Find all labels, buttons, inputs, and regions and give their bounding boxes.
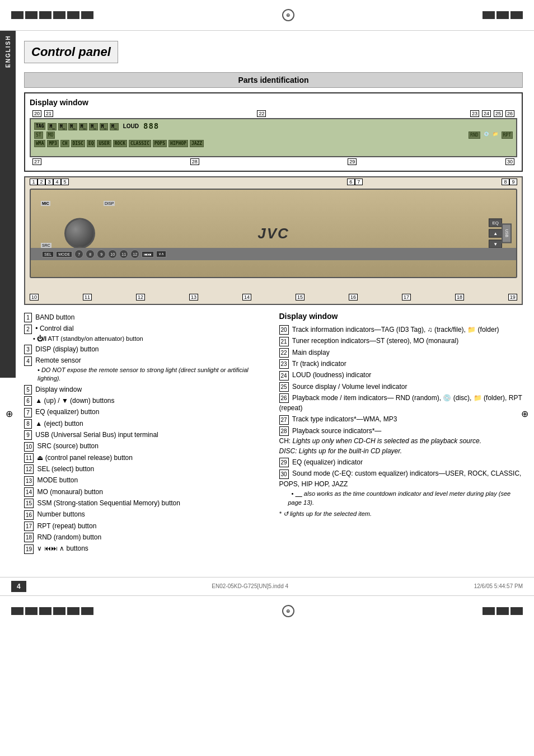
- part-num-8: 8: [24, 419, 32, 429]
- cp-num-19: 19: [508, 294, 517, 300]
- lcd-loud: LOUD: [123, 123, 139, 129]
- footer-file: EN02-05KD-G725[UN]5.indd 4: [212, 583, 288, 589]
- dw-num-20: 20: [279, 325, 289, 335]
- cp-num-7: 7: [355, 179, 363, 185]
- usb-label: USB: [505, 229, 509, 237]
- nav-button: ∨∧: [156, 251, 166, 257]
- part-num-7: 7: [24, 408, 32, 417]
- part-9: 9 USB (Universal Serial Bus) input termi…: [24, 429, 268, 440]
- parts-list-left: 1 BAND button 2 • Control dial • ⏻/I ATT…: [24, 312, 268, 555]
- lcd-rock: ROCK: [113, 140, 127, 147]
- control-knob: [64, 218, 95, 249]
- lcd-ch: CH: [60, 140, 69, 147]
- part-label-5: Display window: [35, 386, 82, 393]
- control-panel-area: 1 2 3 4 5 6 7 8 9 MIC DISP: [24, 176, 523, 305]
- dw-item-30: 30 Sound mode (C-EQ: custom equalizer) i…: [279, 468, 523, 508]
- up-btn: ▲: [489, 229, 502, 238]
- cp-num-5: 5: [61, 179, 69, 185]
- part-19: 19 ∨ ⏮⏭ ∧ buttons: [24, 543, 268, 554]
- footer-date: 12/6/05 5:44:57 PM: [474, 583, 523, 589]
- cp-num-11: 11: [83, 294, 92, 300]
- src-indicator: SRC: [41, 243, 51, 248]
- dw-num-25: 25: [279, 382, 289, 392]
- lcd-num-group-left: 20 21: [32, 110, 53, 117]
- header-block-6: [81, 11, 93, 19]
- part-17: 17 RPT (repeat) button: [24, 520, 268, 532]
- dw-item-21: 21 Tuner reception indicators—ST (stereo…: [279, 335, 523, 346]
- lcd-num-23: 23: [470, 110, 479, 117]
- display-window-title: Display window: [30, 98, 517, 107]
- part-15: 15 SSM (Strong-station Sequential Memory…: [24, 497, 268, 509]
- eq-buttons: EQ ▲ ▼: [489, 219, 502, 248]
- cp-num-6: 6: [347, 179, 355, 185]
- part-label-10: SRC (source) button: [37, 442, 98, 450]
- dw-item-24: 24 LOUD (loudness) indicator: [279, 369, 523, 381]
- part-13: 13 MODE button: [24, 475, 268, 486]
- cp-num-16: 16: [349, 294, 358, 300]
- header-block-2: [25, 11, 38, 19]
- lcd-spacer: [58, 132, 465, 139]
- part-label-16: Number buttons: [37, 510, 85, 518]
- lcd-wma: WMA: [34, 140, 45, 147]
- reg-mark-right: ⊕: [521, 408, 528, 419]
- lcd-num-24: 24: [482, 110, 491, 117]
- header-block-r2: [496, 11, 509, 19]
- bottom-blocks-right: [483, 607, 523, 615]
- part-num-1: 1: [24, 313, 32, 322]
- cp-num-14: 14: [242, 294, 251, 300]
- lcd-num-21: 21: [44, 110, 53, 117]
- dw-num-28: 28: [279, 426, 289, 436]
- dw-label-22: Main display: [292, 349, 330, 356]
- lcd-num-group-right: 23 24 25 26: [470, 110, 514, 117]
- buttons-row: SEL MODE 7 8 9 10 11 12 ⏮⏭ ∨∧: [31, 248, 516, 260]
- cp-num-1: 1: [30, 179, 38, 185]
- part-label-11: ⏏ (control panel release) button: [37, 454, 132, 462]
- header-block-3: [39, 11, 51, 19]
- asterisk-note: * ↺ lights up for the selected item.: [279, 510, 523, 518]
- dw-num-23: 23: [279, 359, 289, 369]
- part-label-2: • Control dial: [35, 325, 73, 332]
- lcd-num-29: 29: [348, 158, 357, 165]
- part-11: 11 ⏏ (control panel release) button: [24, 452, 268, 463]
- dw-label-26: Playback mode / item indicators— RND (ra…: [279, 394, 522, 412]
- down-btn: ▼: [489, 240, 502, 248]
- part-num-4: 4: [24, 356, 32, 366]
- part-num-18: 18: [24, 533, 34, 542]
- lcd-num-25: 25: [494, 110, 503, 117]
- lcd-number-row-bottom: 27 28 29 30: [30, 158, 517, 165]
- eq-btn-1: EQ: [489, 219, 502, 227]
- dw-label-21: Tuner reception indicators—ST (stereo), …: [292, 337, 458, 345]
- part-num-2: 2: [24, 325, 32, 334]
- part-6: 6 ▲ (up) / ▼ (down) buttons: [24, 395, 268, 406]
- lcd-jazz: JAZZ: [190, 140, 204, 147]
- part-num-19: 19: [24, 544, 34, 554]
- lcd-mp3: MP3: [47, 140, 58, 147]
- part-1: 1 BAND button: [24, 312, 268, 323]
- part-num-13: 13: [24, 476, 34, 486]
- bottom-deco-bar: ⊕: [0, 595, 534, 626]
- cp-num-15: 15: [296, 294, 305, 300]
- part-num-9: 9: [24, 430, 32, 440]
- part-label-14: MO (monaural) button: [37, 488, 102, 496]
- part-label-13: MODE button: [37, 476, 78, 484]
- lcd-num-30: 30: [505, 158, 514, 165]
- bottom-blocks-left: [11, 607, 93, 615]
- lcd-num-20: 20: [32, 110, 41, 117]
- part-num-14: 14: [24, 487, 34, 497]
- lcd-numbers-display: 888: [143, 121, 159, 130]
- dw-item-22: 22 Main display: [279, 347, 523, 358]
- cp-num-12: 12: [136, 294, 145, 300]
- dw-num-30: 30: [279, 469, 289, 479]
- mode-button: MODE: [56, 251, 72, 257]
- dw-num-24: 24: [279, 371, 289, 381]
- lcd-num-22: 22: [257, 110, 266, 117]
- part-num-11: 11: [24, 453, 34, 463]
- lcd-classic: CLASSIC: [129, 140, 151, 147]
- lcd-row-1: TAG M̲ M̲ M̲ M̲ M̲ M̲ M̲ LOUD 888: [31, 119, 516, 130]
- dw-label-24: LOUD (loudness) indicator: [292, 371, 371, 379]
- lcd-icons-row: M̲ M̲ M̲ M̲ M̲ M̲ M̲: [48, 123, 118, 129]
- header-blocks-left: [11, 11, 93, 19]
- part-label-1: BAND button: [35, 313, 74, 321]
- part-label-9: USB (Universal Serial Bus) input termina…: [35, 431, 158, 439]
- language-sidebar: ENGLISH: [0, 31, 16, 378]
